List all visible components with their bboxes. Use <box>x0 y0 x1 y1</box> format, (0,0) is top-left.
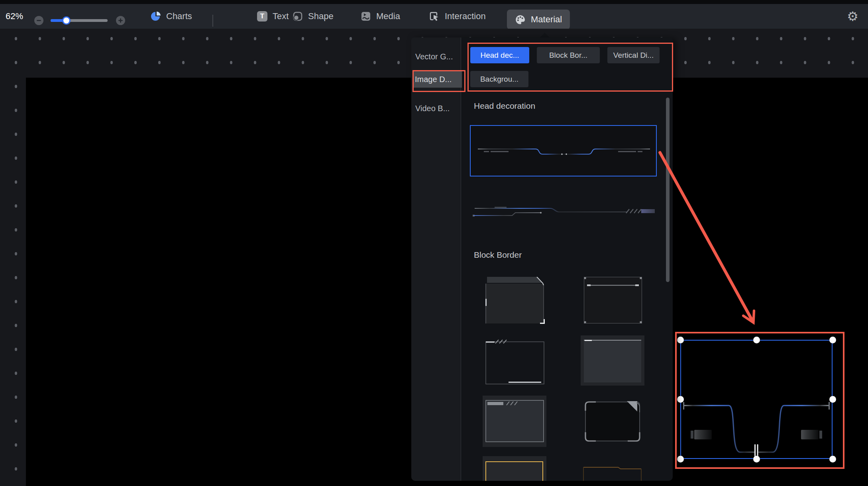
material-preview-head-decoration-2[interactable] <box>472 192 656 223</box>
zoom-in-button[interactable] <box>116 16 125 25</box>
material-thumbnail-block-border[interactable] <box>485 277 545 324</box>
tool-material-label: Material <box>531 14 562 25</box>
selection-handle[interactable] <box>677 456 684 462</box>
category-image-decoration[interactable]: Image D... <box>413 71 462 88</box>
selection-handle[interactable] <box>677 337 684 343</box>
plus-icon <box>118 18 123 23</box>
material-thumbnail-block-border[interactable] <box>485 339 544 384</box>
section-title-head-decoration: Head decoration <box>474 101 535 111</box>
material-thumbnail-block-border[interactable] <box>584 277 642 323</box>
tool-shape[interactable]: Shape <box>293 4 334 29</box>
app-window: 62% Charts T T <box>0 0 868 486</box>
tab-block-border[interactable]: Block Bor... <box>537 47 600 63</box>
selection-handle[interactable] <box>829 337 836 343</box>
tool-text[interactable]: T Text <box>257 4 289 29</box>
palette-icon <box>515 14 526 25</box>
head-decoration-preview-graphic <box>471 126 656 176</box>
toolbar: 62% Charts T T <box>0 4 868 29</box>
tool-text-label: Text <box>273 11 289 22</box>
material-thumbnail-block-border[interactable] <box>583 400 642 443</box>
text-tool-icon: T <box>257 11 267 22</box>
selection-box <box>680 340 833 459</box>
tool-media-label: Media <box>376 11 400 22</box>
tool-interaction-label: Interaction <box>445 11 486 22</box>
settings-button[interactable]: ⚙ <box>847 4 858 29</box>
gear-icon: ⚙ <box>847 10 858 23</box>
zoom-percentage: 62% <box>6 4 23 29</box>
top-strip <box>0 0 868 4</box>
category-video-background[interactable]: Video B... <box>411 100 461 116</box>
tool-charts[interactable]: Charts <box>151 4 192 29</box>
tab-vertical-divider[interactable]: Vertical Di... <box>607 47 660 63</box>
material-thumbnail-block-border[interactable] <box>483 396 546 447</box>
tool-interaction[interactable]: Interaction <box>429 4 486 29</box>
material-panel: Vector G... Image D... Video B... Head d… <box>411 37 673 481</box>
zoom-out-button[interactable] <box>34 16 43 25</box>
minus-icon <box>36 18 41 23</box>
selection-handle[interactable] <box>753 337 760 343</box>
selection-handle[interactable] <box>829 456 836 462</box>
selection-handle[interactable] <box>677 396 684 403</box>
tab-background[interactable]: Backgrou... <box>470 71 528 87</box>
pie-chart-icon <box>151 11 161 22</box>
panel-scrollbar[interactable] <box>666 98 670 282</box>
tool-shape-label: Shape <box>308 11 334 22</box>
section-title-block-border: Block Border <box>474 250 522 260</box>
toolbar-divider <box>212 15 213 27</box>
selection-handle[interactable] <box>753 456 760 462</box>
material-thumbnail-block-border[interactable] <box>483 456 546 481</box>
tab-head-decoration[interactable]: Head dec... <box>470 47 529 63</box>
head-decoration-preview-graphic <box>472 192 656 223</box>
media-icon <box>361 11 371 22</box>
selection-handle[interactable] <box>829 396 836 403</box>
tool-charts-label: Charts <box>166 11 192 22</box>
thumbnail-panel-graphic <box>584 340 641 382</box>
tool-media[interactable]: Media <box>361 4 400 29</box>
shape-icon <box>293 11 303 22</box>
zoom-slider-thumb[interactable] <box>62 16 71 25</box>
category-list: Vector G... Image D... Video B... <box>411 37 461 481</box>
material-preview-head-decoration-1[interactable] <box>470 125 657 176</box>
material-thumbnail-block-border[interactable] <box>581 335 644 386</box>
zoom-slider[interactable] <box>51 19 108 22</box>
category-vector-graphic[interactable]: Vector G... <box>411 49 461 65</box>
interaction-icon <box>429 11 440 22</box>
material-thumbnail-block-border[interactable] <box>583 464 642 481</box>
tool-material[interactable]: Material <box>507 10 570 29</box>
thumbnail-yellow-frame <box>485 461 543 481</box>
